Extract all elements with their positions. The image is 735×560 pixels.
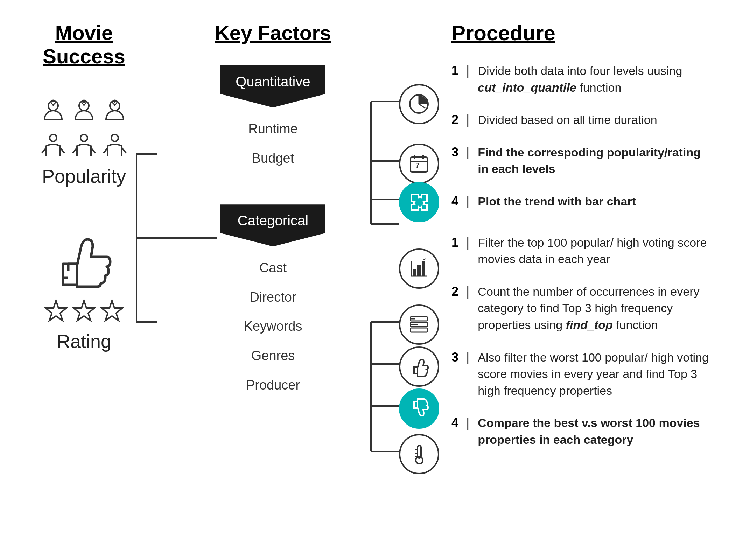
categorical-icon-2 xyxy=(399,346,439,387)
cat-step-1: 1 | Filter the top 100 popular/ high vot… xyxy=(451,234,718,268)
quantitative-items: Runtime Budget xyxy=(248,114,298,173)
procedure-categorical: 1 | Filter the top 100 popular/ high vot… xyxy=(451,234,718,448)
categorical-badge: Categorical xyxy=(220,204,326,246)
categorical-icon-3 xyxy=(399,388,439,429)
svg-line-40 xyxy=(419,104,425,108)
quantitative-icon-3 xyxy=(399,182,439,222)
person-body-icon-3 xyxy=(101,134,129,158)
svg-point-26 xyxy=(80,134,88,141)
procedure-quantitative: 1 | Divide both data into four levels uu… xyxy=(451,63,718,210)
svg-marker-36 xyxy=(74,301,94,321)
svg-rect-53 xyxy=(411,328,427,332)
svg-point-23 xyxy=(50,134,57,141)
svg-rect-48 xyxy=(413,269,416,276)
quant-step-2: 2 | Divided based on all time duration xyxy=(451,112,718,128)
popularity-section: Popularity xyxy=(39,99,129,187)
categorical-items: Cast Director Keywords Genres Producer xyxy=(244,253,302,400)
person-pin-icon-2 xyxy=(70,99,98,131)
procedure-title: Procedure xyxy=(451,21,718,45)
cat-step-3: 3 | Also filter the worst 100 popular/ h… xyxy=(451,349,718,399)
quantitative-badge: Quantitative xyxy=(220,65,326,107)
svg-point-29 xyxy=(111,134,118,141)
thumbs-up-icon xyxy=(49,229,119,292)
key-factors-title: Key Factors xyxy=(215,21,331,44)
quantitative-icon-2: 7 xyxy=(399,144,439,184)
person-body-icon-1 xyxy=(39,134,67,158)
quant-step-3: 3 | Find the correspoding popularity/rat… xyxy=(451,144,718,177)
movie-success-title: Movie Success xyxy=(21,21,147,68)
svg-marker-35 xyxy=(46,301,66,321)
star-icon-3 xyxy=(100,299,124,323)
star-icon-1 xyxy=(44,299,68,323)
person-pin-icon-1 xyxy=(39,99,67,131)
svg-text:7: 7 xyxy=(415,161,419,169)
svg-marker-37 xyxy=(102,301,122,321)
person-pin-icon-3 xyxy=(101,99,129,131)
person-body-icon-2 xyxy=(70,134,98,158)
cat-step-2: 2 | Count the number of occurrences in e… xyxy=(451,284,718,334)
star-icon-2 xyxy=(72,299,96,323)
categorical-icon-1 xyxy=(399,304,439,345)
quantitative-icon-4 xyxy=(399,248,439,289)
quant-step-1: 1 | Divide both data into four levels uu… xyxy=(451,63,718,96)
quant-step-4: 4 | Plot the trend with bar chart xyxy=(451,193,718,210)
svg-rect-50 xyxy=(422,261,425,276)
cat-step-4: 4 | Compare the best v.s worst 100 movie… xyxy=(451,415,718,448)
rating-label: Rating xyxy=(57,330,111,352)
categorical-icon-4 xyxy=(399,434,439,474)
popularity-label: Popularity xyxy=(42,165,126,187)
quantitative-icon-1 xyxy=(399,84,439,124)
svg-rect-49 xyxy=(417,265,421,276)
rating-section: Rating xyxy=(44,229,124,352)
